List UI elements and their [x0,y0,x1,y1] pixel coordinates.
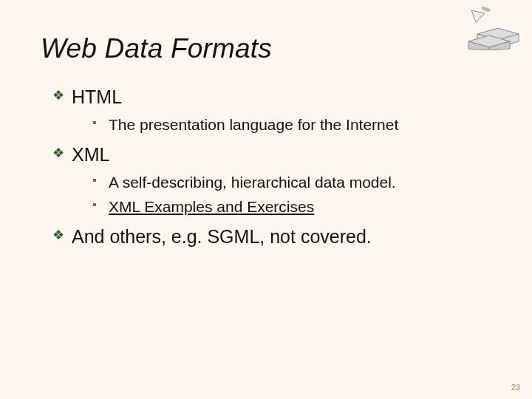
sub-item-text: A self-describing, hierarchical data mod… [109,174,396,191]
slide-title: Web Data Formats [41,33,491,64]
page-number: 23 [511,383,520,392]
svg-marker-6 [471,10,485,22]
sub-list: The presentation language for the Intern… [72,113,491,137]
bullet-list: HTML The presentation language for the I… [41,85,491,250]
list-item-text: And others, e.g. SGML, not covered. [72,226,372,247]
list-item: HTML The presentation language for the I… [52,85,491,137]
sub-item: XML Examples and Exercises [92,195,491,219]
sub-item: A self-describing, hierarchical data mod… [92,171,491,195]
sub-item: The presentation language for the Intern… [92,113,491,137]
sub-item-link[interactable]: XML Examples and Exercises [109,198,314,215]
sub-list: A self-describing, hierarchical data mod… [72,171,491,219]
list-item-text: XML [72,144,109,165]
list-item: XML A self-describing, hierarchical data… [52,143,491,219]
list-item: And others, e.g. SGML, not covered. [52,225,491,250]
svg-rect-7 [481,6,491,13]
sub-item-text: The presentation language for the Intern… [109,116,398,133]
list-item-text: HTML [72,86,122,107]
slide: Web Data Formats HTML The presentation l… [0,0,532,399]
bricks-icon [455,6,522,50]
